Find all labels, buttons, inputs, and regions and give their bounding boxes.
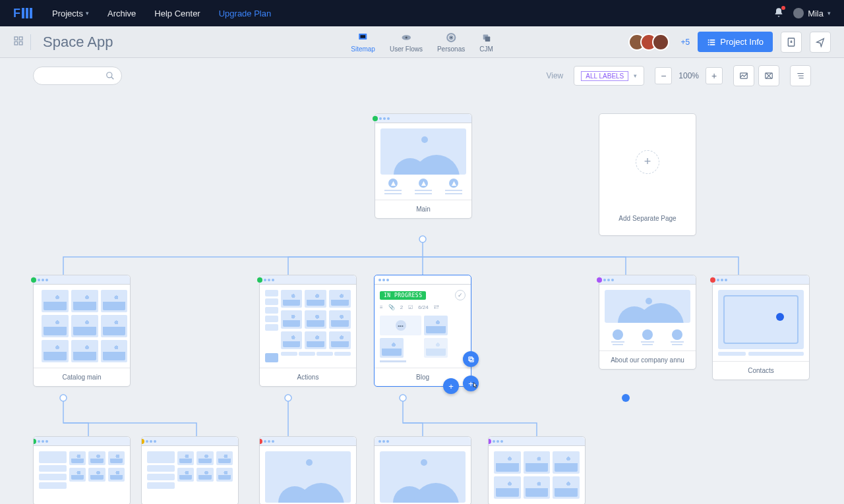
svg-marker-28 xyxy=(421,181,426,186)
logo[interactable]: F xyxy=(13,7,32,20)
project-header: Space App Sitemap User Flows Personas CJ… xyxy=(0,26,844,58)
structure-button[interactable] xyxy=(790,65,811,86)
page-node-child[interactable] xyxy=(141,436,239,504)
target-icon xyxy=(444,31,458,44)
svg-point-19 xyxy=(107,72,112,78)
duplicate-button[interactable] xyxy=(463,351,479,367)
toolbar: View ALL LABELS ▾ − 100% + xyxy=(0,58,844,94)
search-icon xyxy=(106,71,115,80)
page-node-about[interactable]: About our company annu xyxy=(599,275,696,370)
svg-marker-27 xyxy=(391,181,396,186)
svg-rect-14 xyxy=(708,42,709,43)
user-menu[interactable]: Mila ▾ xyxy=(793,8,831,18)
svg-rect-17 xyxy=(710,43,715,45)
cursor-icon xyxy=(470,381,481,391)
nav-projects[interactable]: Projects ▾ xyxy=(52,9,89,18)
nav-upgrade[interactable]: Upgrade Plan xyxy=(219,9,272,18)
page-node-main[interactable]: Main xyxy=(375,113,472,219)
top-nav: F Projects ▾ Archive Help Center Upgrade… xyxy=(0,0,844,26)
attachment-icon: 📎 xyxy=(388,304,395,310)
list-icon xyxy=(707,38,716,47)
svg-rect-0 xyxy=(15,37,18,40)
notifications-icon[interactable] xyxy=(773,7,784,20)
svg-point-22 xyxy=(419,236,426,242)
svg-marker-29 xyxy=(452,181,456,186)
svg-rect-15 xyxy=(710,42,715,43)
toggle-thumbnails-button[interactable] xyxy=(733,65,754,86)
project-title: Space App xyxy=(43,34,113,51)
check-icon[interactable]: ✓ xyxy=(455,290,466,300)
extra-collaborators[interactable]: +5 xyxy=(681,38,690,47)
chevron-down-icon: ▾ xyxy=(86,10,89,16)
svg-point-7 xyxy=(405,37,407,39)
svg-rect-30 xyxy=(469,358,473,362)
search-input[interactable] xyxy=(33,67,122,85)
plus-icon: + xyxy=(636,150,659,174)
share-button[interactable] xyxy=(810,32,831,53)
apps-icon[interactable] xyxy=(13,36,24,49)
nav-help[interactable]: Help Center xyxy=(154,9,200,18)
page-node-contacts[interactable]: Contacts xyxy=(712,275,810,380)
svg-rect-16 xyxy=(708,43,709,45)
zoom-out-button[interactable]: − xyxy=(655,67,672,84)
add-child-button[interactable]: + xyxy=(443,378,459,394)
link-icon: ⮂ xyxy=(434,304,439,310)
page-node-catalog[interactable]: Catalog main xyxy=(33,275,131,387)
page-node-child[interactable] xyxy=(374,436,471,504)
tab-sitemap[interactable]: Sitemap xyxy=(351,31,375,53)
svg-rect-5 xyxy=(361,35,366,38)
svg-rect-11 xyxy=(485,37,491,42)
page-node-child[interactable] xyxy=(33,436,131,504)
zoom-controls: − 100% + xyxy=(655,67,723,84)
project-info-button[interactable]: Project Info xyxy=(698,32,773,52)
page-node-child[interactable] xyxy=(488,436,586,504)
tab-personas[interactable]: Personas xyxy=(437,31,465,53)
svg-rect-1 xyxy=(19,37,22,40)
add-separate-page[interactable]: + Add Separate Page xyxy=(599,113,696,236)
view-tabs: Sitemap User Flows Personas CJM xyxy=(351,31,493,53)
node-title: Main xyxy=(375,200,471,218)
page-node-actions[interactable]: Actions xyxy=(259,275,357,387)
zoom-value: 100% xyxy=(676,71,702,80)
svg-rect-3 xyxy=(19,42,22,45)
svg-point-9 xyxy=(450,36,453,40)
zoom-in-button[interactable]: + xyxy=(706,67,723,84)
svg-point-25 xyxy=(400,395,406,401)
svg-rect-13 xyxy=(710,39,715,40)
tab-cjm[interactable]: CJM xyxy=(479,31,493,53)
status-badge: IN PROGRESS xyxy=(380,291,426,300)
nav-archive[interactable]: Archive xyxy=(107,9,136,18)
tasks-icon: ☑ xyxy=(408,304,413,310)
svg-point-26 xyxy=(622,394,630,402)
svg-point-23 xyxy=(60,395,67,401)
eye-icon xyxy=(400,31,413,44)
sitemap-icon xyxy=(357,31,370,44)
tab-userflows[interactable]: User Flows xyxy=(390,31,423,53)
svg-rect-2 xyxy=(15,42,18,45)
chevron-down-icon: ▾ xyxy=(634,72,637,79)
collaborator-avatars[interactable] xyxy=(628,34,669,51)
avatar-icon xyxy=(793,8,804,18)
toggle-connections-button[interactable] xyxy=(758,65,779,86)
page-node-child[interactable] xyxy=(259,436,357,504)
description-icon: ≡ xyxy=(380,304,383,310)
svg-point-24 xyxy=(285,395,291,401)
svg-rect-12 xyxy=(708,39,709,40)
svg-rect-31 xyxy=(468,356,472,360)
chevron-down-icon: ▾ xyxy=(828,10,831,16)
layers-icon xyxy=(479,31,493,44)
export-button[interactable] xyxy=(781,32,802,53)
sitemap-canvas[interactable]: Main + Add Separate Page xyxy=(0,94,844,504)
view-label: View xyxy=(546,71,563,80)
labels-filter[interactable]: ALL LABELS ▾ xyxy=(574,66,644,86)
page-node-blog[interactable]: IN PROGRESS ✓ ≡ 📎2 ☑6/24 ⮂ ••• Blog + + xyxy=(374,275,471,387)
